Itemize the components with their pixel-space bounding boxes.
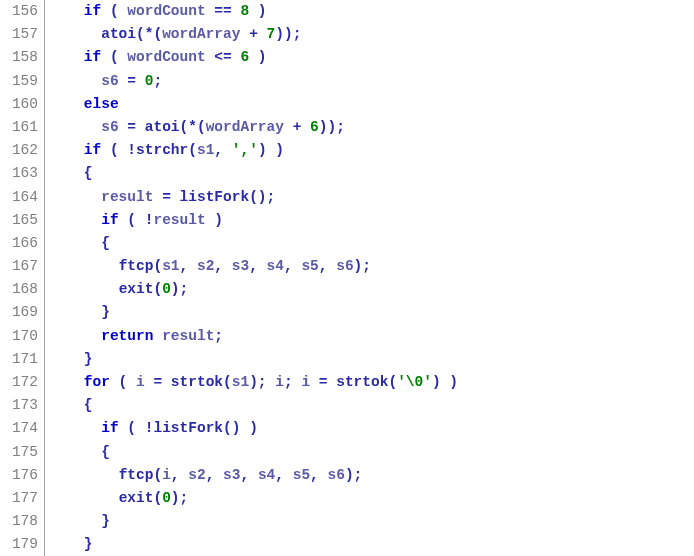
line-number: 165 xyxy=(0,209,42,232)
line-number: 169 xyxy=(0,301,42,324)
code-line: } xyxy=(49,533,458,556)
token-punc: ) xyxy=(249,49,266,65)
token-num: 0 xyxy=(162,281,171,297)
token-fn: ftcp xyxy=(119,467,154,483)
line-number: 176 xyxy=(0,464,42,487)
line-number: 160 xyxy=(0,93,42,116)
code-line: { xyxy=(49,394,458,417)
token-id: s5 xyxy=(301,258,318,274)
token-kw: if xyxy=(101,420,118,436)
token-punc: , xyxy=(171,467,188,483)
token-punc: ) xyxy=(206,212,223,228)
code-line: if ( !result ) xyxy=(49,209,458,232)
line-number: 157 xyxy=(0,23,42,46)
token-punc: , xyxy=(310,467,327,483)
token-punc: (*( xyxy=(136,26,162,42)
token-op: = xyxy=(310,374,336,390)
token-punc: (*( xyxy=(180,119,206,135)
token-kw: if xyxy=(101,212,118,228)
line-number: 172 xyxy=(0,371,42,394)
token-op: = xyxy=(153,189,179,205)
token-id: s6 xyxy=(101,73,118,89)
token-punc: ); xyxy=(249,374,275,390)
token-punc: ( xyxy=(153,281,162,297)
token-id: s4 xyxy=(258,467,275,483)
line-number: 161 xyxy=(0,116,42,139)
token-fn: strtok xyxy=(171,374,223,390)
token-id: s2 xyxy=(188,467,205,483)
token-op: <= xyxy=(206,49,241,65)
token-punc: ( xyxy=(110,374,136,390)
token-char: '\0' xyxy=(397,374,432,390)
line-number: 174 xyxy=(0,417,42,440)
token-punc: , xyxy=(284,258,301,274)
code-line: for ( i = strtok(s1); i; i = strtok('\0'… xyxy=(49,371,458,394)
token-fn: atoi xyxy=(145,119,180,135)
token-punc: ) ) xyxy=(432,374,458,390)
line-number: 168 xyxy=(0,278,42,301)
token-id: s3 xyxy=(232,258,249,274)
token-punc: , xyxy=(180,258,197,274)
token-char: ',' xyxy=(232,142,258,158)
code-line: ftcp(i, s2, s3, s4, s5, s6); xyxy=(49,464,458,487)
line-number: 164 xyxy=(0,186,42,209)
token-id: i xyxy=(136,374,145,390)
token-punc: { xyxy=(101,235,110,251)
token-punc: } xyxy=(84,351,93,367)
token-id: s1 xyxy=(197,142,214,158)
token-id: wordArray xyxy=(162,26,240,42)
token-op: + xyxy=(284,119,310,135)
token-id: wordArray xyxy=(206,119,284,135)
token-op: == xyxy=(206,3,241,19)
token-id: result xyxy=(153,212,205,228)
token-punc: ( xyxy=(388,374,397,390)
token-punc: ( xyxy=(101,49,127,65)
line-number: 170 xyxy=(0,325,42,348)
token-id: s1 xyxy=(162,258,179,274)
code-line: atoi(*(wordArray + 7)); xyxy=(49,23,458,46)
token-punc: , xyxy=(214,142,231,158)
code-line: exit(0); xyxy=(49,278,458,301)
code-editor: 1561571581591601611621631641651661671681… xyxy=(0,0,694,556)
token-num: 0 xyxy=(162,490,171,506)
token-id: s4 xyxy=(267,258,284,274)
token-punc: ) ) xyxy=(258,142,284,158)
token-id: result xyxy=(101,189,153,205)
token-punc: ); xyxy=(171,490,188,506)
code-line: exit(0); xyxy=(49,487,458,510)
token-punc: ( xyxy=(153,467,162,483)
code-line: } xyxy=(49,510,458,533)
token-punc: } xyxy=(101,304,110,320)
token-num: 7 xyxy=(267,26,276,42)
code-line: } xyxy=(49,348,458,371)
line-number: 175 xyxy=(0,441,42,464)
token-punc xyxy=(153,328,162,344)
token-punc: ( xyxy=(101,3,127,19)
token-punc: ( xyxy=(153,490,162,506)
token-punc: ( ! xyxy=(119,212,154,228)
token-punc: )); xyxy=(275,26,301,42)
token-num: 6 xyxy=(240,49,249,65)
token-id: s5 xyxy=(293,467,310,483)
code-line: } xyxy=(49,301,458,324)
token-punc: ) xyxy=(249,3,266,19)
token-fn: strchr xyxy=(136,142,188,158)
token-fn: exit xyxy=(119,490,154,506)
token-fn: listFork xyxy=(180,189,250,205)
code-line: else xyxy=(49,93,458,116)
token-num: 8 xyxy=(240,3,249,19)
token-punc: , xyxy=(319,258,336,274)
token-punc: ); xyxy=(354,258,371,274)
code-line: s6 = 0; xyxy=(49,70,458,93)
token-id: result xyxy=(162,328,214,344)
line-number: 167 xyxy=(0,255,42,278)
token-kw: if xyxy=(84,142,101,158)
token-fn: ftcp xyxy=(119,258,154,274)
code-line: return result; xyxy=(49,325,458,348)
code-line: s6 = atoi(*(wordArray + 6)); xyxy=(49,116,458,139)
code-line: result = listFork(); xyxy=(49,186,458,209)
code-line: if ( wordCount <= 6 ) xyxy=(49,46,458,69)
line-number: 156 xyxy=(0,0,42,23)
token-id: i xyxy=(301,374,310,390)
token-op: = xyxy=(119,73,145,89)
